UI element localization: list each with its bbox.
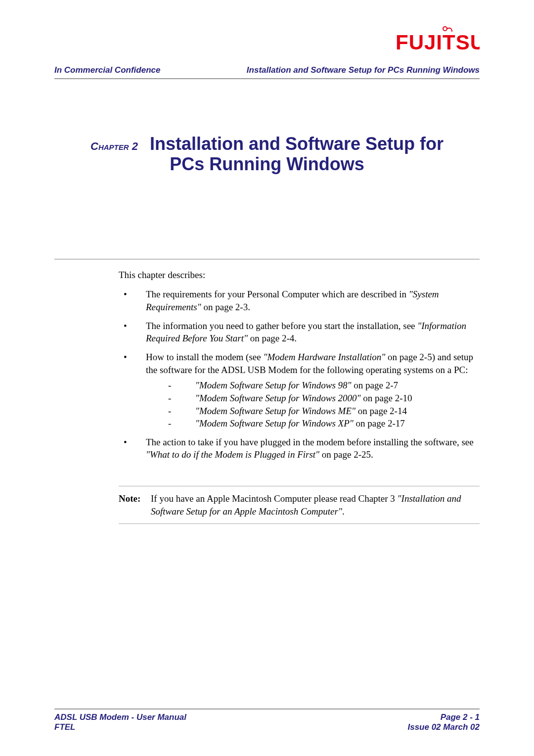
- intro-text: This chapter describes:: [119, 269, 480, 282]
- list-item: The information you need to gather befor…: [119, 320, 480, 345]
- header-left: In Commercial Confidence: [54, 65, 160, 75]
- svg-point-1: [443, 27, 447, 31]
- list-item: The action to take if you have plugged i…: [119, 436, 480, 461]
- chapter-label: Chapter 2: [90, 140, 138, 152]
- note-label: Note:: [119, 492, 151, 518]
- footer-left-2: FTEL: [54, 722, 186, 732]
- chapter-title-line2: PCs Running Windows: [170, 154, 364, 174]
- footer-right-2: Issue 02 March 02: [407, 722, 480, 732]
- page-header: In Commercial Confidence Installation an…: [54, 65, 480, 79]
- list-item: The requirements for your Personal Compu…: [119, 288, 480, 313]
- sub-item: "Modem Software Setup for Windows XP" on…: [146, 417, 480, 430]
- header-right: Installation and Software Setup for PCs …: [247, 65, 480, 75]
- svg-text:FUJITSU: FUJITSU: [396, 31, 480, 54]
- sub-list: "Modem Software Setup for Windows 98" on…: [146, 379, 480, 430]
- content-body: This chapter describes: The requirements…: [119, 269, 480, 524]
- chapter-title: Chapter 2 Installation and Software Setu…: [54, 134, 480, 175]
- list-item: How to install the modem (see "Modem Har…: [119, 351, 480, 430]
- fujitsu-logo: FUJITSU: [54, 25, 480, 56]
- divider: [54, 259, 480, 260]
- footer-left-1: ADSL USB Modem - User Manual: [54, 712, 186, 722]
- note-block: Note: If you have an Apple Macintosh Com…: [119, 486, 480, 524]
- page-footer: ADSL USB Modem - User Manual FTEL Page 2…: [54, 709, 480, 732]
- sub-item: "Modem Software Setup for Windows 98" on…: [146, 379, 480, 392]
- note-body: If you have an Apple Macintosh Computer …: [151, 492, 480, 518]
- bullet-list: The requirements for your Personal Compu…: [119, 288, 480, 461]
- sub-item: "Modem Software Setup for Windows 2000" …: [146, 392, 480, 405]
- footer-right-1: Page 2 - 1: [407, 712, 480, 722]
- sub-item: "Modem Software Setup for Windows ME" on…: [146, 405, 480, 418]
- chapter-title-line1: Installation and Software Setup for: [150, 134, 444, 154]
